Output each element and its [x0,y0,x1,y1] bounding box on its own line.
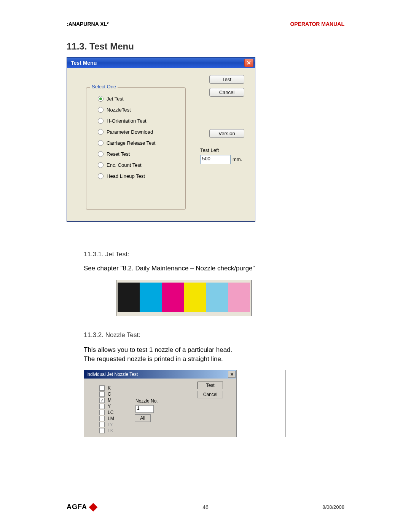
output-placeholder [243,370,285,437]
radio-label: Head Lineup Test [107,173,145,179]
check-m[interactable]: ✓M [99,398,114,403]
radio-label: Jet Test [107,96,124,102]
test-left-label: Test Left [200,147,219,153]
close-icon: ✕ [230,372,234,377]
checkbox-icon [99,422,105,427]
check-label: LC [108,410,113,415]
diamond-icon [89,503,98,511]
page-number: 46 [202,504,209,510]
check-label: K [108,385,111,391]
close-button[interactable]: ✕ [244,59,253,67]
dialog2-titlebar: Individual Jet Nozzle Test ✕ [84,370,236,379]
radio-icon [98,162,104,168]
radio-h-orientation[interactable]: H-Orientation Test [98,118,185,124]
radio-label: H-Orientation Test [107,118,147,124]
check-label: M [108,398,112,403]
checkbox-icon [99,410,105,415]
check-label: LM [108,416,114,421]
checkbox-icon [99,416,105,421]
cancel-button[interactable]: Cancel [209,88,244,97]
version-button[interactable]: Version [209,129,244,138]
section-title: 11.3. Test Menu [67,41,134,52]
radio-icon [98,107,104,113]
radio-icon [98,96,104,102]
test-button[interactable]: Test [198,382,223,389]
radio-label: Enc. Count Test [107,162,142,168]
radio-label: Parameter Download [107,129,153,135]
checkbox-icon [99,391,105,397]
nozzle-test-text: This allows you to test 1 nozzle of a pa… [84,345,232,364]
page-footer: AGFA 46 8/08/2008 [67,503,344,511]
radio-label: Carriage Release Test [107,140,155,146]
test-menu-dialog: Test Menu ✕ Select One Jet Test NozzleTe… [67,57,255,222]
footer-date: 8/08/2008 [322,504,344,510]
check-label: LY [108,422,113,427]
jet-test-heading: 11.3.1. Jet Test: [84,251,129,258]
radio-jet-test[interactable]: Jet Test [98,96,185,102]
agfa-logo: AGFA [67,503,96,511]
close-button[interactable]: ✕ [228,371,236,378]
radio-icon [98,129,104,135]
radio-label: Reset Test [107,151,130,157]
checkbox-icon [99,428,105,433]
radio-parameter-download[interactable]: Parameter Download [98,129,185,135]
check-lk: LK [99,428,114,433]
group-legend: Select One [90,84,118,89]
header-product: :ANAPURNA XL² [67,21,109,27]
checkbox-icon [99,385,105,391]
close-icon: ✕ [247,60,251,66]
test-left-input[interactable]: 500 [200,155,231,164]
jet-test-text: See chapter "8.2. Daily Maintenance – No… [84,265,255,272]
check-c[interactable]: C [99,391,114,397]
radio-label: NozzleTest [107,107,131,113]
check-k[interactable]: K [99,385,114,391]
nozzle-no-input[interactable]: 1 [135,405,154,413]
check-lc[interactable]: LC [99,410,114,415]
checkbox-icon: ✓ [99,398,105,403]
radio-icon [98,173,104,179]
radio-icon [98,118,104,124]
cancel-button[interactable]: Cancel [198,391,223,398]
dialog-titlebar: Test Menu ✕ [67,58,255,68]
all-button[interactable]: All [135,414,151,422]
check-label: C [108,391,111,397]
page-header: :ANAPURNA XL² OPERATOR MANUAL [67,21,344,27]
radio-icon [98,140,104,146]
test-button[interactable]: Test [209,75,244,84]
check-label: LK [108,428,113,433]
checkbox-icon [99,404,105,409]
header-manual: OPERATOR MANUAL [290,21,344,27]
radio-head-lineup[interactable]: Head Lineup Test [98,173,185,179]
check-lm[interactable]: LM [99,416,114,421]
select-one-group: Select One Jet Test NozzleTest H-Orienta… [86,87,186,210]
check-y[interactable]: Y [99,404,114,409]
mm-unit: mm. [233,157,242,162]
dialog-title: Test Menu [71,60,97,66]
check-label: Y [108,404,111,409]
radio-reset-test[interactable]: Reset Test [98,151,185,157]
check-ly: LY [99,422,114,427]
radio-nozzle-test[interactable]: NozzleTest [98,107,185,113]
dialog2-title: Individual Jet Nozzle Test [86,372,138,377]
nozzle-no-label: Nozzle No. [135,398,158,404]
individual-jet-dialog: Individual Jet Nozzle Test ✕ K C ✓M Y LC… [84,370,237,437]
radio-carriage-release[interactable]: Carriage Release Test [98,140,185,146]
color-strip-image [116,280,252,316]
nozzle-test-heading: 11.3.2. Nozzle Test: [84,331,140,339]
radio-enc-count[interactable]: Enc. Count Test [98,162,185,168]
radio-icon [98,151,104,157]
